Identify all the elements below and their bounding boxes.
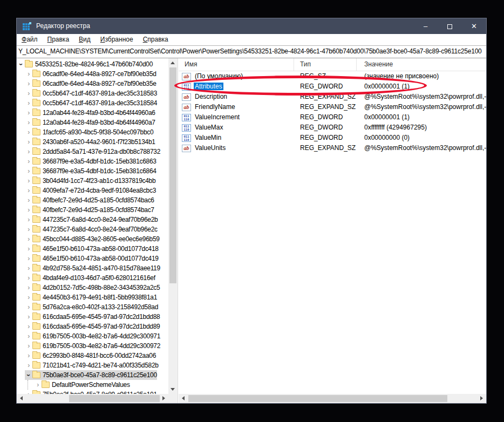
chevron-right-icon[interactable]: ›	[25, 283, 32, 292]
tree-item[interactable]: ›71021b41-c749-4d21-be74-a00f335d582b	[17, 360, 168, 370]
chevron-right-icon[interactable]: ›	[25, 331, 32, 341]
tree-item[interactable]: ›0cc5b647-c1df-4637-891a-dec35c318584	[17, 98, 168, 108]
tree-item[interactable]: ›619b7505-003b-4e82-b7a6-4dd29c300972	[17, 341, 168, 351]
chevron-right-icon[interactable]: ›	[25, 176, 32, 186]
tree-item[interactable]: ›4d2b0152-7d5c-498b-88e2-34345392a2c5	[17, 283, 168, 292]
chevron-right-icon[interactable]: ›	[25, 195, 32, 205]
tree-item[interactable]: ›45bcc044-d885-43e2-8605-ee0ec6e96b59	[17, 234, 168, 244]
tree-item[interactable]: ›2430ab6f-a520-44a2-9601-f7f23b5134b1	[17, 137, 168, 147]
chevron-right-icon[interactable]: ›	[25, 98, 32, 108]
tree-item[interactable]: ›616cdaa5-695e-4545-97ad-97dc2d1bdd88	[17, 312, 168, 322]
chevron-right-icon[interactable]: ›	[25, 89, 32, 98]
menu-item-file[interactable]: Файл	[17, 34, 43, 45]
tree-item[interactable]: ›36687f9e-e3a5-4dbf-b1dc-15eb381c6864	[17, 166, 168, 176]
chevron-right-icon[interactable]: ›	[25, 312, 32, 322]
tree-item[interactable]: ›36687f9e-e3a5-4dbf-b1dc-15eb381c6863	[17, 156, 168, 166]
values-horizontal-scrollbar[interactable]	[179, 394, 486, 403]
chevron-right-icon[interactable]: ›	[25, 322, 32, 331]
table-row[interactable]: ab(По умолчанию)REG_SZ(значение не присв…	[179, 71, 486, 81]
column-header-type[interactable]: Тип	[294, 58, 357, 71]
chevron-right-icon[interactable]: ›	[25, 224, 32, 234]
tree-item[interactable]: ›465e1f50-b610-473a-ab58-00d1077dc419	[17, 254, 168, 263]
table-row[interactable]: abDescriptionREG_EXPAND_SZ@%SystemRoot%\…	[179, 92, 486, 102]
table-row[interactable]: abFriendlyNameREG_EXPAND_SZ@%SystemRoot%…	[179, 102, 486, 112]
tree-item[interactable]: ›2ddd5a84-5a71-437e-912a-db0b8c788732	[17, 147, 168, 156]
tree-item[interactable]: ›465e1f50-b610-473a-ab58-00d1077dc418	[17, 244, 168, 254]
column-header-name[interactable]: Имя	[179, 58, 294, 71]
chevron-right-icon[interactable]: ›	[25, 156, 32, 166]
menu-item-favorites[interactable]: Избранное	[96, 34, 138, 45]
chevron-right-icon[interactable]: ›	[25, 273, 32, 283]
scroll-left-icon[interactable]	[20, 396, 23, 400]
chevron-right-icon[interactable]: ›	[25, 234, 32, 244]
tree-item[interactable]: ›40fbefc7-2e9d-4d25-a185-0cfd8574bac7	[17, 205, 168, 215]
minimize-button[interactable]: –	[413, 18, 438, 34]
menu-item-help[interactable]: Справка	[138, 34, 173, 45]
tree-item[interactable]: ›4b92d758-5a24-4851-a470-815d78aee119	[17, 263, 168, 273]
scroll-down-icon[interactable]	[171, 388, 175, 391]
chevron-right-icon[interactable]: ›	[25, 302, 32, 312]
scroll-up-icon[interactable]	[171, 62, 175, 64]
address-bar[interactable]: Y_LOCAL_MACHINE\SYSTEM\CurrentControlSet…	[17, 46, 486, 58]
tree-item[interactable]: ›75b0ae3f-bce0-45a7-8c89-c9611c25e100	[17, 370, 168, 380]
tree-item[interactable]: ›06cadf0e-64ed-448a-8927-ce7bf90eb35d	[17, 69, 168, 79]
tree-item[interactable]: ›40fbefc7-2e9d-4d25-a185-0cfd8574bac6	[17, 195, 168, 205]
tree-item[interactable]: ›447235c7-6a8d-4cc0-8e24-9eaf70b96e2b	[17, 215, 168, 224]
close-button[interactable]: ✕	[462, 18, 486, 34]
chevron-right-icon[interactable]: ›	[25, 205, 32, 215]
tree-item[interactable]: ›06cadf0e-64ed-448a-8927-ce7bf90eb35e	[17, 79, 168, 89]
chevron-right-icon[interactable]: ›	[25, 108, 32, 118]
tree-item[interactable]: ›4e4450b3-6179-4e91-b8f1-5bb9938f81a1	[17, 292, 168, 302]
tree-item[interactable]: ›0cc5b647-c1df-4637-891a-dec35c318583	[17, 89, 168, 98]
table-row[interactable]: 011110AttributesREG_DWORD0x00000001 (1)	[179, 81, 486, 92]
table-row[interactable]: 011110ValueMaxREG_DWORD0xffffffff (42949…	[179, 122, 486, 133]
chevron-right-icon[interactable]: ›	[25, 127, 32, 137]
chevron-right-icon[interactable]: ›	[34, 380, 42, 390]
tree-item[interactable]: ›5d76a2ca-e8c0-402f-a133-2158492d58ad	[17, 302, 168, 312]
chevron-right-icon[interactable]: ›	[25, 360, 32, 370]
table-row[interactable]: abValueUnitsREG_EXPAND_SZ@%SystemRoot%\s…	[179, 143, 486, 153]
tree-vscroll-thumb[interactable]	[169, 67, 176, 283]
chevron-right-icon[interactable]: ›	[25, 341, 32, 351]
table-row[interactable]: 011110ValueIncrementREG_DWORD0x00000001 …	[179, 112, 486, 122]
tree-item[interactable]: ›4009efa7-e72d-4cba-9edf-91084ea8cbc3	[17, 186, 168, 195]
tree-item[interactable]: ›447235c7-6a8d-4cc0-8e24-9eaf70b96e2c	[17, 224, 168, 234]
scroll-left-icon[interactable]	[182, 396, 185, 400]
scroll-right-icon[interactable]	[162, 396, 165, 400]
tree-item[interactable]: ›619b7505-003b-4e82-b7a6-4dd29c300971	[17, 331, 168, 341]
tree-item[interactable]: ›1facfc65-a930-4bc5-9f38-504ec097bbc0	[17, 127, 168, 137]
table-row[interactable]: 011110ValueMinREG_DWORD0x00000000 (0)	[179, 133, 486, 143]
tree-item[interactable]: ›DefaultPowerSchemeValues	[17, 380, 168, 390]
tree-item[interactable]: ›6c2993b0-8f48-481f-bcc6-00dd2742aa06	[17, 351, 168, 360]
chevron-right-icon[interactable]: ›	[25, 69, 32, 79]
chevron-right-icon[interactable]: ›	[25, 254, 32, 263]
chevron-right-icon[interactable]: ›	[25, 137, 32, 147]
tree-vertical-scrollbar[interactable]	[168, 58, 178, 394]
chevron-right-icon[interactable]: ›	[25, 215, 32, 224]
tree-item[interactable]: ›12a0ab44-fe28-4fa9-b3bd-4b64f44960a7	[17, 118, 168, 127]
chevron-right-icon[interactable]: ›	[25, 166, 32, 176]
scroll-right-icon[interactable]	[480, 396, 483, 400]
chevron-right-icon[interactable]: ›	[25, 351, 32, 360]
chevron-right-icon[interactable]: ›	[25, 118, 32, 127]
chevron-right-icon[interactable]: ›	[25, 390, 32, 394]
tree-horizontal-scrollbar[interactable]	[17, 394, 168, 403]
values-hscroll-thumb[interactable]	[188, 395, 447, 402]
tree-hscroll-thumb[interactable]	[69, 395, 160, 402]
chevron-right-icon[interactable]: ›	[25, 244, 32, 254]
chevron-right-icon[interactable]: ›	[25, 79, 32, 89]
menu-item-edit[interactable]: Правка	[43, 34, 74, 45]
menu-item-view[interactable]: Вид	[74, 34, 96, 45]
maximize-button[interactable]	[438, 18, 462, 34]
tree-item[interactable]: ›3b04d4fd-1cc7-4f23-ab1c-d1337819c4bb	[17, 176, 168, 186]
tree-item[interactable]: ›54533251-82be-4824-96c1-47b60b740d00	[17, 59, 168, 69]
tree-item[interactable]: ›4bdaf4e9-d103-46d7-a5f0-6280121616ef	[17, 273, 168, 283]
chevron-right-icon[interactable]: ›	[25, 292, 32, 302]
tree-item[interactable]: ›12a0ab44-fe28-4fa9-b3bd-4b64f44960a6	[17, 108, 168, 118]
tree-item[interactable]: ›616cdaa5-695e-4545-97ad-97dc2d1bdd89	[17, 322, 168, 331]
column-header-value[interactable]: Значение	[357, 58, 486, 71]
chevron-right-icon[interactable]: ›	[25, 186, 32, 195]
chevron-right-icon[interactable]: ›	[25, 263, 32, 273]
tree-item[interactable]: ›75b0ae3f-bce0-45a7-8c89-c9611c25e101	[17, 390, 168, 394]
chevron-right-icon[interactable]: ›	[25, 147, 32, 156]
